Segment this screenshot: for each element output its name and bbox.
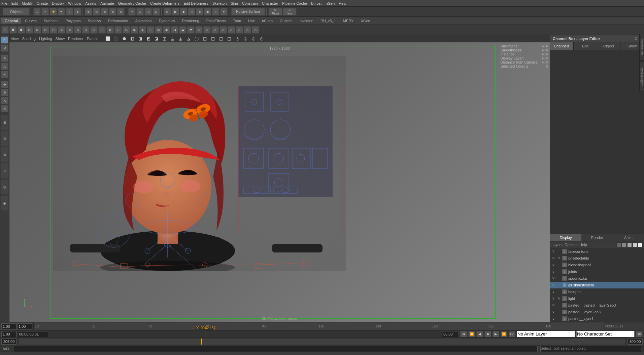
tool-btn-1[interactable]: ⬡	[33, 8, 41, 15]
tab-toon[interactable]: Toon	[230, 18, 244, 24]
menu-file[interactable]: File	[1, 1, 7, 5]
timeline-range-field[interactable]	[17, 323, 32, 329]
menu-edit[interactable]: Edit	[11, 1, 18, 5]
layer-tab-display[interactable]: Display	[550, 234, 581, 241]
layer-color-3[interactable]	[627, 242, 632, 247]
layer-item[interactable]: V/girlshairstystem	[550, 282, 644, 288]
tool-btn-4[interactable]: ✦	[58, 8, 65, 15]
tab-rendering[interactable]: Rendering	[179, 18, 203, 24]
sculpt-tool[interactable]: △	[1, 63, 8, 70]
vp-icon-4[interactable]: ◧	[129, 35, 136, 42]
anim-range-end[interactable]	[628, 339, 643, 345]
vp-icon-13[interactable]: ◰	[201, 35, 209, 42]
layer-color-1[interactable]	[616, 242, 621, 247]
channel-tab-channels[interactable]: Channels	[550, 42, 574, 50]
layer-group-5[interactable]: ◎	[1, 180, 8, 194]
vp-menu-view[interactable]: View	[11, 37, 19, 41]
attribute-editor-tab[interactable]: Attribute Editor	[639, 61, 644, 91]
anim-range-start[interactable]	[1, 339, 16, 345]
tool-btn-2[interactable]: ?	[41, 8, 49, 15]
layer-reference-toggle[interactable]	[557, 283, 561, 287]
viewport-content[interactable]: 1920 x 1080 Backfaces: N/A Smoothness: N…	[9, 42, 550, 322]
transform-btn-3[interactable]: ⊚	[101, 8, 108, 15]
tool-btn-5[interactable]: ⟐	[66, 8, 73, 15]
tool-btn-3[interactable]: ⚡	[49, 8, 57, 15]
vp-icon-8[interactable]: ◫	[161, 35, 168, 42]
menu-ngen[interactable]: nGen	[326, 1, 335, 5]
tab-hair[interactable]: Hair	[245, 18, 258, 24]
layer-visibility-toggle[interactable]: V	[551, 276, 555, 280]
layer-reference-toggle[interactable]	[557, 310, 561, 314]
time-slider[interactable]: 10 30 50 70 90 110 130 150 170 190 00:00…	[34, 322, 604, 330]
tab-curves[interactable]: Curves	[22, 18, 40, 24]
anim-track[interactable]	[19, 339, 625, 345]
character-set-input[interactable]	[576, 331, 635, 337]
tab-painteffects[interactable]: PaintEffects	[203, 18, 230, 24]
rotate-tool[interactable]: ↻	[1, 89, 8, 96]
tab-polygons[interactable]: Polygons	[62, 18, 84, 24]
move-tool[interactable]: ✛	[1, 81, 8, 88]
fps-input[interactable]	[442, 331, 459, 337]
tab-dynamics[interactable]: Dynamics	[156, 18, 178, 24]
vp-icon-19[interactable]: ◶	[250, 35, 257, 42]
layer-visibility-toggle[interactable]: V	[551, 256, 555, 260]
layer-visibility-toggle[interactable]: V	[551, 283, 555, 287]
select-tool[interactable]: ↖	[1, 36, 8, 44]
layer-reference-toggle[interactable]	[557, 303, 561, 307]
step-back-btn[interactable]: ⏪	[468, 331, 475, 337]
shelf-btn-10[interactable]: ⊜	[74, 26, 81, 34]
shelf-btn-5[interactable]: ⊗	[34, 26, 41, 34]
paint-tool[interactable]: ✎	[1, 54, 8, 62]
tab-deformation[interactable]: Deformation	[105, 18, 132, 24]
layer-reference-toggle[interactable]	[557, 317, 561, 321]
layer-visibility-toggle[interactable]: V	[551, 317, 555, 321]
menu-modify[interactable]: Modify	[22, 1, 33, 5]
vp-icon-9[interactable]: ◬	[169, 35, 176, 42]
shelf-btn-28[interactable]: A	[219, 26, 227, 34]
menu-help[interactable]: Help	[339, 1, 346, 5]
scale-tool[interactable]: ⤡	[1, 97, 8, 104]
layer-item[interactable]: V/blendshapeall	[550, 262, 644, 268]
layer-visibility-toggle[interactable]: V	[551, 303, 555, 307]
shelf-btn-22[interactable]: ◑	[171, 26, 178, 34]
shelf-btn-1[interactable]: ⚇	[1, 26, 9, 34]
layer-item[interactable]: V/pasted__layerGeo3	[550, 309, 644, 315]
tool-btn-6[interactable]: ◈	[74, 8, 81, 15]
layer-reference-toggle[interactable]	[557, 249, 561, 253]
shelf-btn-27[interactable]: A	[211, 26, 219, 34]
layer-reference-toggle[interactable]: R	[557, 256, 561, 260]
shelf-btn-2[interactable]: ⚈	[9, 26, 17, 34]
snap-btn-4[interactable]: ⊟	[152, 8, 160, 15]
layer-item[interactable]: V/pasted__pasted__layerGeo3	[550, 302, 644, 309]
menu-skin[interactable]: Skin	[231, 1, 238, 5]
shelf-btn-23[interactable]: ◒	[179, 26, 187, 34]
vp-icon-14[interactable]: ◱	[209, 35, 217, 42]
layer-sub-layers[interactable]: Layers	[551, 243, 563, 247]
tab-animation[interactable]: Animation	[132, 18, 155, 24]
render-btn-3[interactable]: ◆	[180, 8, 187, 15]
transform-btn-2[interactable]: ⊙	[93, 8, 100, 15]
menu-create-deformers[interactable]: Create Deformers	[150, 1, 179, 5]
shelf-btn-15[interactable]: ⊡	[114, 26, 122, 34]
vp-icon-18[interactable]: ◵	[242, 35, 249, 42]
shelf-btn-3[interactable]: ⚉	[18, 26, 25, 34]
vp-menu-show[interactable]: Show	[56, 37, 65, 41]
viewport[interactable]: View Shading Lighting Show Renderer Pane…	[9, 35, 550, 322]
shelf-btn-13[interactable]: ⊟	[98, 26, 106, 34]
layer-tab-anim[interactable]: Anim	[613, 234, 644, 241]
shelf-btn-14[interactable]: ⊠	[106, 26, 114, 34]
menu-geometry-cache[interactable]: Geometry Cache	[118, 1, 146, 5]
layer-reference-toggle[interactable]	[557, 276, 561, 280]
menu-window[interactable]: Window	[68, 1, 81, 5]
shelf-btn-16[interactable]: ◎	[123, 26, 130, 34]
layer-group-4[interactable]: ⊡	[1, 163, 8, 178]
shelf-btn-19[interactable]: ◌	[147, 26, 154, 34]
current-time-input[interactable]	[18, 331, 48, 337]
shelf-btn-12[interactable]: ⊞	[90, 26, 98, 34]
render-btn-4[interactable]: ◇	[188, 8, 195, 15]
layer-color-5[interactable]	[638, 242, 643, 247]
shelf-btn-8[interactable]: ⊚	[58, 26, 65, 34]
vp-icon-3[interactable]: ⬟	[121, 35, 128, 42]
layer-reference-toggle[interactable]: R	[557, 297, 561, 301]
shelf-btn-24[interactable]: ◓	[187, 26, 195, 34]
